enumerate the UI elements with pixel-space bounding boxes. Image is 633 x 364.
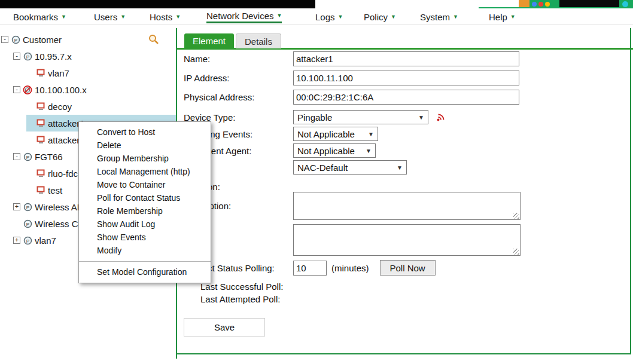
poll-now-button[interactable]: Poll Now — [380, 260, 436, 276]
chevron-down-icon: ▼ — [418, 114, 424, 121]
tree-node-label: FGT66 — [35, 152, 63, 162]
container-icon: P — [11, 35, 20, 44]
form-row-last-attempted: Last Attempted Poll: — [200, 291, 280, 307]
tree-node-10-100-100-x[interactable]: - 10.100.100.x — [0, 81, 176, 98]
tree-node-label: rluo-fdc — [48, 169, 78, 179]
physical-address-label: Physical Address: — [184, 92, 293, 102]
tree-node-label: decoy — [48, 102, 72, 112]
tree-node-label: Wireless Co — [35, 219, 83, 229]
menu-label: Logs — [315, 12, 335, 22]
tree-node-label: 10.100.100.x — [35, 85, 87, 95]
tree-expander[interactable]: + — [13, 203, 20, 210]
ctx-poll-for-contact-status[interactable]: Poll for Contact Status — [79, 191, 211, 204]
chrome-teal-circle-icon — [622, 1, 628, 7]
ctx-delete[interactable]: Delete — [79, 139, 211, 152]
chevron-down-icon: ▼ — [366, 148, 372, 154]
tree-node-label: Wireless AP — [35, 202, 83, 212]
tree-context-menu: Convert to Host Delete Group Membership … — [78, 121, 211, 283]
chevron-down-icon: ▼ — [510, 14, 516, 20]
ctx-modify[interactable]: Modify — [79, 244, 211, 257]
menu-logs[interactable]: Logs▼ — [315, 10, 343, 23]
chevron-down-icon: ▼ — [397, 164, 403, 171]
container-icon: P — [23, 152, 32, 161]
form-row-device-type: Device Type: Pingable ▼ — [184, 109, 446, 125]
device-icon — [36, 68, 45, 78]
svg-text:P: P — [26, 238, 29, 243]
notes-textarea[interactable] — [293, 224, 521, 256]
physical-address-input[interactable] — [293, 90, 519, 105]
role-select[interactable]: NAC-Default ▼ — [293, 160, 407, 175]
tree-expander[interactable]: - — [13, 86, 20, 93]
agent-select[interactable]: Not Applicable ▼ — [293, 143, 376, 158]
menu-system[interactable]: System▼ — [420, 10, 458, 23]
name-input[interactable] — [293, 51, 519, 66]
menu-bookmarks[interactable]: Bookmarks▼ — [13, 10, 66, 23]
tree-node-label: vlan7 — [35, 235, 56, 246]
ctx-show-events[interactable]: Show Events — [79, 231, 211, 244]
form-row-mac: Physical Address: — [184, 89, 519, 105]
menu-label: Help — [489, 12, 507, 22]
chevron-down-icon: ▼ — [61, 14, 66, 20]
last-successful-poll-label: Last Successful Poll: — [200, 282, 283, 292]
svg-text:P: P — [26, 204, 29, 210]
menu-users[interactable]: Users▼ — [94, 10, 126, 23]
tab-element[interactable]: Element — [184, 33, 234, 48]
polling-interval-input[interactable] — [293, 261, 327, 276]
tree-expander[interactable]: - — [13, 53, 20, 60]
tree-node-vlan7[interactable]: vlan7 — [0, 65, 176, 81]
chrome-dot-red — [538, 2, 543, 7]
chrome-dot-blue — [532, 2, 537, 7]
ctx-move-to-container[interactable]: Move to Container — [79, 178, 211, 191]
device-type-label: Device Type: — [184, 112, 293, 123]
device-type-select[interactable]: Pingable ▼ — [293, 110, 428, 124]
tree-node-decoy[interactable]: decoy — [0, 98, 176, 115]
ctx-group-membership[interactable]: Group Membership — [79, 152, 211, 165]
form-row-ip: IP Address: — [184, 70, 519, 85]
incoming-events-value: Not Applicable — [297, 129, 355, 139]
tree-search-icon[interactable] — [148, 34, 159, 45]
ctx-show-audit-log[interactable]: Show Audit Log — [79, 218, 211, 231]
tree-expander[interactable]: + — [13, 237, 20, 244]
tree-expander[interactable]: - — [13, 153, 20, 160]
tree-node-10-95-7-x[interactable]: - P 10.95.7.x — [0, 48, 176, 65]
menu-label: Users — [94, 12, 117, 22]
panel-bottom-rule — [177, 353, 631, 354]
device-type-value: Pingable — [297, 112, 332, 123]
device-icon — [36, 185, 45, 195]
tree-node-label: Customer — [23, 35, 62, 45]
form-row-incoming-events: Incoming Events: Not Applicable ▼ — [184, 126, 378, 142]
form-row-description: Description: — [184, 192, 521, 220]
main-menubar: Bookmarks▼ Users▼ Hosts▼ Network Devices… — [0, 8, 633, 25]
save-button[interactable]: Save — [184, 318, 265, 337]
menu-help[interactable]: Help▼ — [489, 10, 516, 23]
menu-label: Policy — [364, 12, 388, 22]
description-textarea[interactable] — [293, 192, 521, 220]
fortinac-topology-page: Bookmarks▼ Users▼ Hosts▼ Network Devices… — [0, 0, 633, 364]
contact-status-signal-icon — [436, 112, 446, 122]
svg-text:P: P — [14, 37, 17, 42]
menu-label: Network Devices — [206, 11, 274, 21]
chevron-down-icon: ▼ — [338, 14, 343, 20]
menu-hosts[interactable]: Hosts▼ — [150, 10, 181, 23]
tab-details[interactable]: Details — [236, 33, 281, 48]
panel-tabs: Element Details — [184, 33, 281, 48]
menu-label: Bookmarks — [13, 12, 58, 22]
menu-policy[interactable]: Policy▼ — [364, 10, 396, 23]
menu-network-devices[interactable]: Network Devices▼ — [206, 10, 282, 23]
tree-node-label: test — [48, 185, 62, 195]
chevron-down-icon: ▼ — [175, 14, 181, 20]
agent-value: Not Applicable — [297, 146, 355, 156]
form-row-notes — [184, 224, 521, 256]
contact-lost-icon — [23, 85, 32, 94]
ctx-convert-to-host[interactable]: Convert to Host — [79, 126, 211, 139]
incoming-events-select[interactable]: Not Applicable ▼ — [293, 127, 378, 141]
tree-expander[interactable]: - — [1, 36, 8, 43]
ip-address-input[interactable] — [293, 71, 519, 85]
ctx-local-management[interactable]: Local Management (http) — [79, 165, 211, 178]
context-menu-separator — [79, 261, 211, 262]
chevron-down-icon: ▼ — [277, 13, 282, 19]
ctx-set-model-configuration[interactable]: Set Model Configuration — [79, 265, 211, 279]
ctx-role-membership[interactable]: Role Membership — [79, 204, 211, 218]
polling-unit-label: (minutes) — [331, 263, 369, 273]
form-row-name: Name: — [184, 51, 519, 66]
